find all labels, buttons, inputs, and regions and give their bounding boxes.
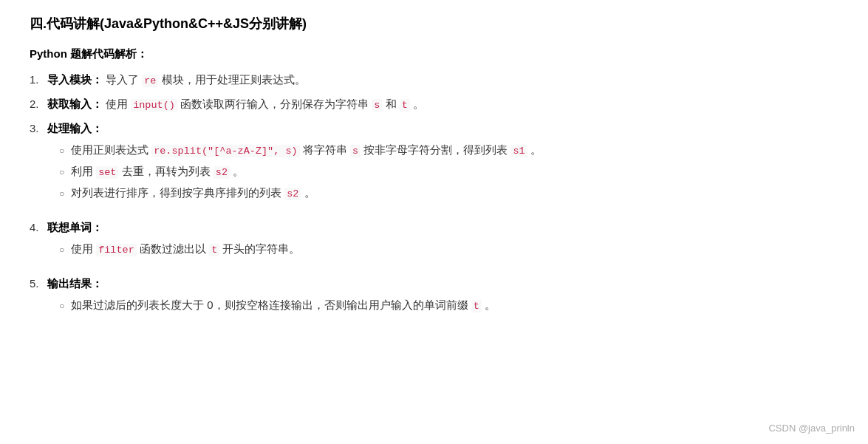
section-title: Python 题解代码解析： xyxy=(30,47,838,61)
code-input: input() xyxy=(131,99,177,112)
text-2d: 。 xyxy=(410,98,424,110)
text-2c: 和 xyxy=(382,98,399,110)
list-number-3: 3. xyxy=(30,122,44,134)
code-s2-sorted: s2 xyxy=(284,188,301,200)
watermark: CSDN @java_prinln xyxy=(768,423,855,434)
bullet-3-1: ○ xyxy=(59,146,66,156)
list-item-3: 3. 处理输入： ○ 使用正则表达式 re.split("[^a-zA-Z]",… xyxy=(30,122,838,211)
sub-content-3-2: 利用 set 去重，再转为列表 s2 。 xyxy=(71,165,244,179)
list-item-4: 4. 联想单词： ○ 使用 filter 函数过滤出以 t 开头的字符串。 xyxy=(30,221,838,267)
sub-item-5-1: ○ 如果过滤后的列表长度大于 0，则按空格连接输出，否则输出用户输入的单词前缀 … xyxy=(59,298,868,312)
code-t2: t xyxy=(209,244,219,256)
sub-list-3: ○ 使用正则表达式 re.split("[^a-zA-Z]", s) 将字符串 … xyxy=(59,143,868,208)
list-item-2: 2. 获取输入： 使用 input() 函数读取两行输入，分别保存为字符串 s … xyxy=(30,98,838,112)
bullet-4-1: ○ xyxy=(59,245,66,255)
code-s1-var: s1 xyxy=(510,145,527,157)
list-label-2: 获取输入： xyxy=(47,98,103,112)
text-1b: 模块，用于处理正则表达式。 xyxy=(158,73,305,86)
sub-item-4-1: ○ 使用 filter 函数过滤出以 t 开头的字符串。 xyxy=(59,242,868,256)
sub-item-3-1: ○ 使用正则表达式 re.split("[^a-zA-Z]", s) 将字符串 … xyxy=(59,143,868,157)
sub-content-4-1: 使用 filter 函数过滤出以 t 开头的字符串。 xyxy=(71,242,300,256)
list-label-5: 输出结果： xyxy=(47,277,103,291)
sub-item-3-3: ○ 对列表进行排序，得到按字典序排列的列表 s2 。 xyxy=(59,186,868,200)
code-s1: s xyxy=(372,99,382,112)
list-label-3: 处理输入： xyxy=(47,122,103,136)
sub-list-4: ○ 使用 filter 函数过滤出以 t 开头的字符串。 xyxy=(59,242,868,264)
text-2a: 使用 xyxy=(106,98,131,110)
sub-content-5-1: 如果过滤后的列表长度大于 0，则按空格连接输出，否则输出用户输入的单词前缀 t … xyxy=(71,298,496,312)
code-s2: s xyxy=(350,145,360,157)
list-number-4: 4. xyxy=(30,221,44,233)
code-re: re xyxy=(142,75,158,87)
text-1a: 导入了 xyxy=(106,73,142,86)
text-2b: 函数读取两行输入，分别保存为字符串 xyxy=(177,98,372,110)
list-content-2: 使用 input() 函数读取两行输入，分别保存为字符串 s 和 t 。 xyxy=(106,98,838,112)
content-list: 1. 导入模块： 导入了 re 模块，用于处理正则表达式。 2. 获取输入： 使… xyxy=(30,73,838,323)
code-s2-var: s2 xyxy=(213,166,230,179)
list-number-5: 5. xyxy=(30,277,44,290)
code-resplit: re.split("[^a-zA-Z]", s) xyxy=(151,145,299,157)
code-t3: t xyxy=(471,300,482,312)
main-title: 四.代码讲解(Java&Python&C++&JS分别讲解) xyxy=(30,15,838,33)
list-item-5: 5. 输出结果： ○ 如果过滤后的列表长度大于 0，则按空格连接输出，否则输出用… xyxy=(30,277,838,323)
list-number-1: 1. xyxy=(30,73,44,86)
code-t1: t xyxy=(400,99,410,112)
code-set: set xyxy=(96,166,118,179)
code-filter: filter xyxy=(96,244,137,256)
list-content-1: 导入了 re 模块，用于处理正则表达式。 xyxy=(106,73,838,87)
bullet-3-3: ○ xyxy=(59,188,66,199)
list-label-4: 联想单词： xyxy=(47,221,103,235)
list-item-1: 1. 导入模块： 导入了 re 模块，用于处理正则表达式。 xyxy=(30,73,838,87)
sub-item-3-2: ○ 利用 set 去重，再转为列表 s2 。 xyxy=(59,165,868,179)
list-number-2: 2. xyxy=(30,98,44,110)
bullet-3-2: ○ xyxy=(59,167,66,177)
sub-content-3-1: 使用正则表达式 re.split("[^a-zA-Z]", s) 将字符串 s … xyxy=(71,143,541,157)
bullet-5-1: ○ xyxy=(59,301,66,311)
sub-content-3-3: 对列表进行排序，得到按字典序排列的列表 s2 。 xyxy=(71,186,315,200)
sub-list-5: ○ 如果过滤后的列表长度大于 0，则按空格连接输出，否则输出用户输入的单词前缀 … xyxy=(59,298,868,320)
list-label-1: 导入模块： xyxy=(47,73,103,87)
